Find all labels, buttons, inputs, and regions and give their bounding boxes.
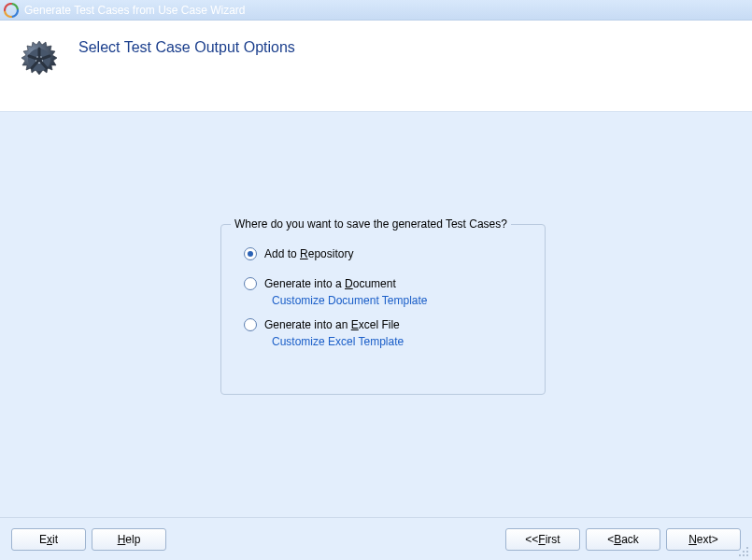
option-generate-excel[interactable]: Generate into an Excel File	[244, 318, 537, 331]
radio-excel-label[interactable]: Generate into an Excel File	[264, 318, 400, 331]
option-add-to-repository[interactable]: Add to Repository	[244, 247, 537, 260]
radio-document[interactable]	[244, 277, 257, 290]
footer: Exit Help << First < Back Next >	[0, 517, 752, 560]
gear-icon	[17, 37, 62, 82]
next-button[interactable]: Next >	[666, 528, 741, 551]
link-customize-excel-template[interactable]: Customize Excel Template	[272, 335, 404, 348]
svg-rect-11	[743, 554, 745, 556]
svg-rect-12	[746, 554, 748, 556]
output-options-group: Where do you want to save the generated …	[220, 224, 546, 395]
exit-button[interactable]: Exit	[11, 528, 86, 551]
radio-repository-label[interactable]: Add to Repository	[264, 247, 353, 260]
window-title: Generate Test Cases from Use Case Wizard	[24, 4, 246, 17]
group-legend: Where do you want to save the generated …	[231, 217, 511, 231]
titlebar: Generate Test Cases from Use Case Wizard	[0, 0, 752, 21]
back-button[interactable]: < Back	[586, 528, 660, 551]
svg-rect-10	[739, 554, 741, 556]
resize-grip[interactable]	[739, 547, 750, 558]
radio-repository[interactable]	[244, 247, 257, 260]
svg-rect-8	[743, 551, 745, 553]
help-button[interactable]: Help	[92, 528, 166, 551]
page-heading: Select Test Case Output Options	[78, 39, 295, 56]
svg-rect-7	[746, 547, 748, 549]
radio-document-label[interactable]: Generate into a Document	[264, 277, 396, 290]
app-icon	[4, 3, 19, 18]
content-area: Where do you want to save the generated …	[0, 112, 752, 517]
radio-excel[interactable]	[244, 318, 257, 331]
first-button[interactable]: << First	[505, 528, 580, 551]
link-customize-document-template[interactable]: Customize Document Template	[272, 294, 428, 307]
svg-rect-9	[746, 551, 748, 553]
option-generate-document[interactable]: Generate into a Document	[244, 277, 537, 290]
header-panel: Select Test Case Output Options	[0, 21, 752, 112]
